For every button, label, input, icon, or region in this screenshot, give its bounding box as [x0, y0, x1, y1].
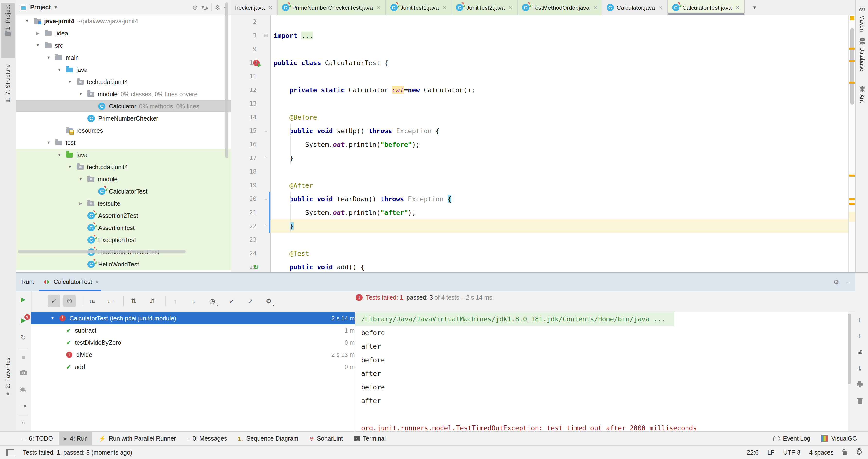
tree-item-primenumberchecker[interactable]: CPrimeNumberChecker: [16, 112, 231, 124]
lock-icon[interactable]: [842, 449, 847, 456]
code-line-24[interactable]: @Test: [271, 246, 849, 260]
tree-item-resources[interactable]: resources: [16, 124, 231, 136]
collapse-all-icon[interactable]: ⇵: [146, 295, 158, 307]
editor-error-stripe[interactable]: [848, 15, 856, 272]
tree-vertical-scrollbar[interactable]: [225, 2, 228, 158]
dump-threads-icon[interactable]: [16, 370, 31, 377]
gear-icon[interactable]: ⚙: [215, 4, 220, 11]
next-failed-test-icon[interactable]: ↓: [188, 295, 200, 307]
console-line[interactable]: [355, 407, 848, 421]
close-icon[interactable]: ✕: [659, 5, 663, 10]
tree-item-java-junit4[interactable]: ▼java-junit4 ~/pdai/www/java-junit4: [16, 15, 231, 27]
clear-console-icon[interactable]: [851, 398, 868, 405]
warning-stripe-mark[interactable]: [849, 60, 855, 62]
fold-marker-icon[interactable]: ⌄: [263, 192, 269, 206]
expand-arrow-icon[interactable]: ▼: [46, 141, 51, 145]
toolwindow-button-sequence-diagram[interactable]: 1↓Sequence Diagram: [234, 431, 303, 446]
run-tab-calculatortest[interactable]: CalculatorTest ✕: [41, 273, 102, 291]
test-row-calculatortest[interactable]: ▼!CalculatorTest (tech.pdai.junit4.modul…: [31, 312, 369, 324]
expand-arrow-icon[interactable]: ▼: [67, 165, 72, 169]
console-line[interactable]: before: [355, 380, 848, 394]
locate-file-icon[interactable]: ⊕: [192, 4, 198, 11]
inspections-status-square[interactable]: [850, 16, 855, 21]
attach-debugger-icon[interactable]: [16, 387, 31, 394]
expand-arrow-icon[interactable]: ▼: [25, 19, 30, 23]
tree-item--idea[interactable]: ▶.idea: [16, 27, 231, 39]
close-icon[interactable]: ✕: [377, 5, 381, 10]
console-line[interactable]: before: [355, 326, 848, 339]
export-test-results-icon[interactable]: ↗: [244, 295, 257, 307]
open-results-icon[interactable]: ⇥: [16, 402, 31, 409]
chevron-down-icon[interactable]: ▼: [54, 5, 58, 10]
warning-stripe-mark[interactable]: [849, 48, 855, 50]
test-history-icon[interactable]: ◷▼: [206, 295, 219, 307]
tree-item-testsuite[interactable]: ▶testsuite: [16, 197, 231, 210]
soft-wrap-icon[interactable]: ⏎: [851, 349, 868, 357]
tree-item-java[interactable]: ▼java: [16, 64, 231, 76]
tree-item-module[interactable]: ▼module 0% classes, 0% lines covere: [16, 88, 231, 100]
show-passed-toggle[interactable]: ✓: [48, 295, 60, 307]
import-test-results-icon[interactable]: ↙: [225, 295, 238, 307]
editor-tab-primenumbercheckertest-java[interactable]: CPrimeNumberCheckerTest.java✕: [278, 0, 385, 15]
fold-marker-icon[interactable]: ⌄: [263, 124, 269, 137]
close-icon[interactable]: ✕: [95, 279, 99, 285]
sort-by-duration-icon[interactable]: ↓≡: [104, 295, 117, 307]
code-line-3[interactable]: import ...: [271, 29, 849, 42]
code-line-10[interactable]: public class CalculatorTest {: [271, 56, 849, 69]
sidebar-item-ant[interactable]: Ant: [856, 86, 868, 103]
code-line-11[interactable]: [271, 69, 849, 83]
tree-item-assertiontest[interactable]: CAssertionTest: [16, 222, 231, 234]
close-icon[interactable]: ✕: [736, 5, 740, 10]
editor-scrollbar-thumb[interactable]: [850, 28, 854, 104]
expand-arrow-icon[interactable]: ▼: [67, 80, 72, 84]
gear-icon[interactable]: ⚙: [834, 278, 839, 286]
expand-arrow-icon[interactable]: ▼: [57, 153, 62, 157]
tree-item-calculatortest[interactable]: CCalculatorTest: [16, 185, 231, 197]
toggle-auto-test-icon[interactable]: ↻: [16, 334, 31, 341]
test-row-subtract[interactable]: ✔subtract1 ms: [31, 324, 369, 336]
console-line[interactable]: org.junit.runners.model.TestTimedOutExce…: [355, 421, 848, 432]
rerun-failed-tests-button[interactable]: ▶9: [16, 316, 31, 324]
tree-item-helloworldtest[interactable]: CHelloWorldTest: [16, 258, 231, 270]
hector-inspector-icon[interactable]: [856, 448, 862, 457]
code-line-9[interactable]: [271, 42, 849, 56]
run-settings-gear-icon[interactable]: ⚙▼: [262, 295, 275, 307]
hide-panel-icon[interactable]: −: [846, 278, 849, 286]
tree-horizontal-scrollbar[interactable]: [18, 250, 186, 253]
expand-arrow-icon[interactable]: ▼: [57, 68, 62, 72]
code-line-15[interactable]: public void setUp() throws Exception {: [271, 124, 849, 137]
sort-alphabetically-icon[interactable]: ↓a: [86, 295, 98, 307]
code-editor[interactable]: 23⊞910!1112131415⌄1617⌃181920⌄2122⌃23242…: [231, 15, 855, 272]
file-encoding[interactable]: UTF-8: [783, 449, 801, 456]
tree-item-tech-pdai-junit4[interactable]: ▼tech.pdai.junit4: [16, 161, 231, 173]
expand-arrow-icon[interactable]: ▼: [51, 316, 55, 320]
collapse-all-icon[interactable]: ▼̲▲: [201, 5, 209, 10]
sidebar-item-project[interactable]: 1: Project: [1, 3, 14, 58]
hidden-tabs-chevron-icon[interactable]: ▼: [747, 0, 762, 15]
close-icon[interactable]: ✕: [593, 5, 597, 10]
fold-marker-icon[interactable]: ⌃: [263, 151, 269, 165]
rerun-test-icon[interactable]: ↻: [252, 260, 260, 272]
toolwindow-button-6-todo[interactable]: ≡6: TODO: [19, 431, 57, 446]
test-row-divide[interactable]: !divide2 s 13 ms: [31, 348, 369, 361]
tree-item-tech-pdai-junit4[interactable]: ▼tech.pdai.junit4: [16, 76, 231, 88]
sidebar-item-maven[interactable]: m Maven: [856, 5, 868, 32]
close-icon[interactable]: ✕: [443, 5, 447, 10]
scroll-to-end-icon[interactable]: ⤓: [851, 365, 868, 372]
editor-tab-calculator-java[interactable]: CCalculator.java✕: [602, 0, 668, 15]
code-line-23[interactable]: [271, 233, 849, 246]
toolwindow-button-4-run[interactable]: ▶4: Run: [59, 431, 92, 446]
toolwindow-button-sonarlint[interactable]: ⊖SonarLint: [305, 431, 347, 446]
tree-item-test[interactable]: ▼test: [16, 136, 231, 149]
code-line-25[interactable]: public void add() {: [271, 260, 849, 272]
close-icon[interactable]: ✕: [269, 5, 273, 10]
run-console[interactable]: /Library/Java/JavaVirtualMachines/jdk1.8…: [355, 312, 848, 432]
fold-marker-icon[interactable]: ⊞: [263, 29, 269, 42]
toolwindow-button-event-log[interactable]: Event Log: [769, 431, 815, 446]
close-icon[interactable]: ✕: [508, 5, 513, 10]
editor-tab-hecker-java[interactable]: hecker.java✕: [231, 0, 278, 15]
expand-all-icon[interactable]: ⇅: [127, 295, 140, 307]
code-line-2[interactable]: [271, 15, 849, 29]
code-line-16[interactable]: System.out.println("before");: [271, 137, 849, 151]
code-line-18[interactable]: [271, 165, 849, 179]
